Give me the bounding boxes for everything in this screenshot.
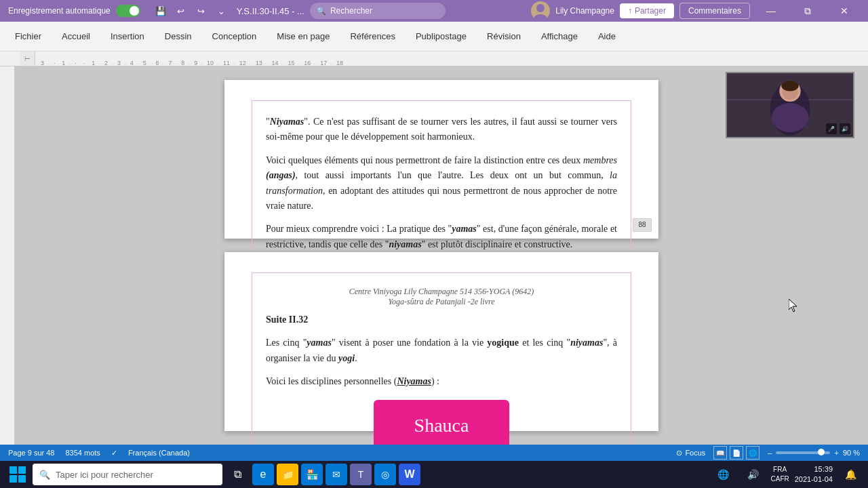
page-1-content: "Niyamas". Ce n'est pas suffisant de se … [266, 115, 617, 252]
tab-fichier[interactable]: Fichier [5, 27, 51, 45]
page-1-border: "Niyamas". Ce n'est pas suffisant de se … [252, 100, 631, 274]
shauca-banner: Shauca [374, 400, 509, 445]
taskbar-explorer[interactable]: 📁 [277, 464, 298, 485]
page-1: "Niyamas". Ce n'est pas suffisant de se … [224, 80, 658, 239]
user-name: Lily Champagne [555, 6, 614, 16]
print-view-icon[interactable]: 📄 [730, 446, 743, 460]
yamas-ref: yamas [307, 338, 332, 348]
svg-point-1 [534, 14, 547, 20]
comment-button[interactable]: Commentaires [679, 3, 750, 19]
taskbar-search-icon: 🔍 [39, 470, 50, 480]
left-ruler [0, 66, 15, 445]
zoom-slider[interactable] [776, 451, 830, 454]
taskbar-teams[interactable]: T [350, 464, 372, 485]
view-icons: 📖 📄 🌐 [713, 446, 760, 460]
page2-para2: Voici les disciplines personnelles (Niya… [266, 374, 617, 389]
tab-conception[interactable]: Conception [203, 27, 267, 45]
tab-aide[interactable]: Aide [589, 27, 625, 45]
suite-title-text: Suite II.32 [266, 314, 308, 325]
customize-icon[interactable]: ⌄ [212, 1, 231, 20]
tab-insertion[interactable]: Insertion [101, 27, 154, 45]
tab-accueil[interactable]: Accueil [52, 27, 100, 45]
restore-button[interactable]: ⧉ [792, 0, 823, 22]
tab-mise-en-page[interactable]: Mise en page [267, 27, 339, 45]
shauca-text: Shauca [384, 411, 498, 441]
status-right: ⊙ Focus 📖 📄 🌐 – + 90 % [676, 446, 860, 460]
taskbar: 🔍 Taper ici pour rechercher ⧉ e 📁 🏪 ✉ T … [0, 461, 868, 488]
minimize-button[interactable]: — [755, 0, 787, 22]
yogi-bold: yogi [338, 353, 355, 363]
ribbon: Fichier Accueil Insertion Dessin Concept… [0, 22, 868, 52]
video-speaker-btn[interactable]: 🔊 [840, 123, 850, 134]
doc-name: Y.S.II.30-II.45 - ... [237, 6, 304, 16]
tab-publipostage[interactable]: Publipostage [406, 27, 476, 45]
video-controls: 🎤 🔊 [826, 123, 850, 134]
word-count[interactable]: 8354 mots [66, 449, 100, 457]
zoom-level: 90 % [843, 449, 860, 457]
video-overlay[interactable]: 🎤 🔊 [726, 72, 854, 138]
tab-affichage[interactable]: Affichage [532, 27, 587, 45]
yogique-bold: yogique [487, 338, 519, 348]
svg-point-8 [781, 81, 798, 92]
transformation-italic: la transformation [266, 170, 617, 195]
taskbar-lang: FRACAFR [770, 465, 789, 484]
taskbar-right: 🌐 🔊 FRACAFR 15:39 2021-01-04 🔔 [711, 462, 863, 487]
read-view-icon[interactable]: 📖 [713, 446, 727, 460]
redo-icon[interactable]: ↪ [192, 1, 211, 20]
quick-access-toolbar: 💾 ↩ ↪ ⌄ [151, 1, 231, 20]
svg-point-0 [536, 4, 545, 12]
zoom-out-button[interactable]: – [768, 449, 772, 457]
page2-para1: Les cinq "yamas" visent à poser une fond… [266, 336, 617, 366]
page1-para3: Pour mieux comprendre voici : La pratiqu… [266, 222, 617, 252]
focus-icon: ⊙ [676, 449, 682, 458]
svg-point-6 [772, 103, 809, 132]
undo-icon[interactable]: ↩ [172, 1, 191, 20]
taskbar-volume-icon[interactable]: 🔊 [741, 462, 765, 487]
yamas-bold-italic: yamas [452, 224, 477, 234]
page2-suite-title: Suite II.32 [266, 312, 617, 327]
angas-bold-italic: (angas) [266, 170, 296, 180]
share-button[interactable]: ↑ Partager [620, 3, 674, 18]
search-input[interactable]: 🔍 Rechercher [310, 3, 446, 19]
tab-dessin[interactable]: Dessin [155, 27, 201, 45]
save-icon[interactable]: 💾 [151, 1, 170, 20]
taskbar-cortana[interactable]: ◎ [374, 464, 396, 485]
spell-check-icon[interactable]: ✓ [111, 449, 117, 458]
video-mic-btn[interactable]: 🎤 [826, 123, 837, 134]
taskbar-store[interactable]: 🏪 [301, 464, 323, 485]
taskbar-edge[interactable]: e [252, 464, 274, 485]
taskbar-mail[interactable]: ✉ [326, 464, 347, 485]
share-icon: ↑ [628, 6, 632, 16]
taskbar-word[interactable]: W [399, 464, 420, 485]
niyamas-ref: niyamas [570, 338, 603, 348]
membres-italic: membres [583, 155, 617, 165]
page1-para2: Voici quelques éléments qui nous permett… [266, 153, 617, 214]
web-view-icon[interactable]: 🌐 [746, 446, 760, 460]
taskbar-search[interactable]: 🔍 Taper ici pour rechercher [33, 464, 222, 485]
page-2-content: Suite II.32 Les cinq "yamas" visent à po… [266, 312, 617, 445]
autosave-toggle[interactable] [116, 5, 140, 17]
tab-references[interactable]: Références [340, 27, 404, 45]
zoom-thumb [818, 449, 825, 455]
page-2-border: Centre Viniyoga Lily Champagne 514 356-Y… [252, 272, 631, 445]
niyamas-bold-italic-2: niyamas [389, 239, 421, 249]
taskbar-notifications[interactable]: 🔔 [838, 462, 863, 487]
start-button[interactable] [5, 462, 30, 487]
focus-button[interactable]: ⊙ Focus [676, 449, 705, 458]
comment-badge[interactable]: 88 [633, 218, 652, 232]
autosave-area: Enregistrement automatique [8, 5, 140, 17]
windows-logo [9, 466, 26, 483]
close-button[interactable]: ✕ [829, 0, 860, 22]
page-info[interactable]: Page 9 sur 48 [8, 449, 55, 457]
page-2: Centre Viniyoga Lily Champagne 514 356-Y… [224, 252, 658, 431]
language[interactable]: Français (Canada) [128, 449, 190, 457]
page1-para1: "Niyamas". Ce n'est pas suffisant de se … [266, 115, 617, 145]
tab-revision[interactable]: Révision [477, 27, 530, 45]
avatar [531, 1, 550, 20]
taskbar-datetime[interactable]: 15:39 2021-01-04 [795, 464, 833, 485]
user-area: Lily Champagne ↑ Partager Commentaires —… [531, 0, 860, 22]
autosave-label: Enregistrement automatique [8, 6, 111, 16]
taskbar-taskview[interactable]: ⧉ [225, 462, 250, 487]
zoom-in-button[interactable]: + [834, 449, 838, 457]
taskbar-network-icon[interactable]: 🌐 [711, 462, 735, 487]
